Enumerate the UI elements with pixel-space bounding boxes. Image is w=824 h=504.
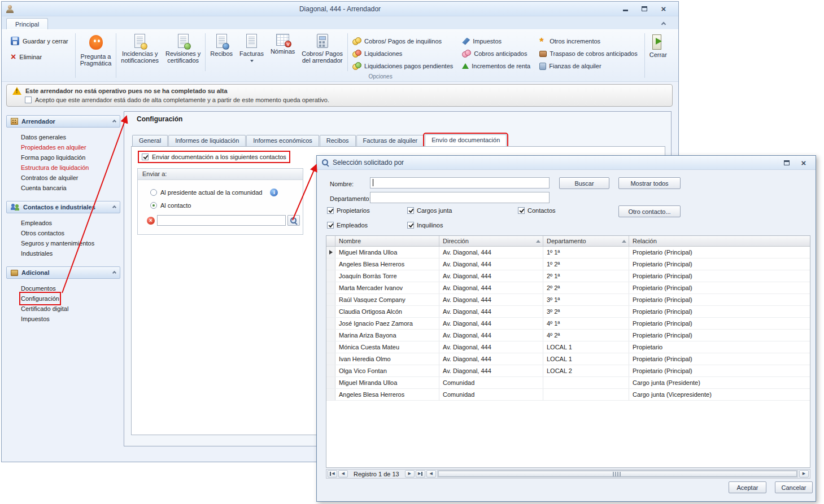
sidebar-item-impuestos[interactable]: Impuestos — [21, 314, 120, 324]
table-row[interactable]: Olga Vico Fontan Av. Diagonal, 444 LOCAL… — [326, 365, 810, 377]
table-row[interactable]: Miguel Miranda Ulloa Av. Diagonal, 444 1… — [326, 247, 810, 258]
propietarios-checkbox[interactable] — [327, 207, 334, 214]
table-row[interactable]: Miguel Miranda Ulloa Comunidad Cargo jun… — [326, 377, 810, 389]
departamento-input[interactable] — [370, 192, 550, 203]
sidebar-section-contactos[interactable]: Contactos e industriales — [6, 201, 120, 213]
sidebar-section-arrendador[interactable]: Arrendador — [6, 115, 120, 128]
cobros-anticipados-item[interactable]: Cobros anticipados — [461, 48, 531, 59]
sidebar-item-seguros-y-mantenimientos[interactable]: Seguros y mantenimientos — [21, 238, 120, 248]
table-row[interactable]: Joaquín Borràs Torre Av. Diagonal, 444 2… — [326, 270, 810, 282]
sidebar-item-contratos-de-alquiler[interactable]: Contratos de alquiler — [21, 173, 120, 183]
sidebar-item-estructura-de-liquidacion[interactable]: Estructura de liquidación — [21, 163, 120, 173]
sidebar-item-certificado-digital[interactable]: Certificado digital — [21, 304, 120, 314]
next-record-button[interactable]: ▶ — [405, 470, 415, 477]
pragmatica-button[interactable]: Pregunta a Pragmática — [77, 31, 115, 80]
scroll-left-button[interactable]: ◀ — [426, 470, 436, 477]
close-button[interactable] — [658, 5, 669, 13]
column-header-departamento[interactable]: Departamento — [543, 236, 629, 246]
sidebar-item-forma-pago-liquidacion[interactable]: Forma pago liquidación — [21, 152, 120, 163]
sidebar-item-documentos[interactable]: Documentos — [21, 283, 120, 293]
sidebar-section-adicional[interactable]: Adicional — [6, 266, 120, 279]
table-row[interactable]: Mónica Cuesta Mateu Av. Diagonal, 444 LO… — [326, 341, 810, 353]
liquidaciones-item[interactable]: Liquidaciones — [351, 48, 454, 59]
fianzas-alquiler-item[interactable]: Fianzas de alquiler — [538, 60, 639, 72]
contactos-checkbox[interactable] — [518, 207, 525, 214]
column-header-direccion[interactable]: Dirección — [439, 236, 543, 246]
filter-propietarios[interactable]: Propietarios — [327, 207, 370, 214]
presidente-radio[interactable] — [150, 189, 157, 196]
ribbon-collapse-button[interactable] — [660, 20, 667, 26]
mostrar-todos-button[interactable]: Mostrar todos — [618, 177, 681, 189]
filter-cargos-junta[interactable]: Cargos junta — [407, 207, 452, 214]
revisiones-button[interactable]: Revisiones y certificados — [162, 31, 204, 73]
facturas-button[interactable]: Facturas — [236, 31, 267, 73]
filter-empleados[interactable]: Empleados — [327, 222, 368, 229]
tab-facturas-de-alquiler[interactable]: Facturas de alquiler — [356, 135, 425, 147]
send-docs-checkbox[interactable] — [142, 154, 149, 160]
sidebar-item-propiedades-en-alquiler[interactable]: Propiedades en alquiler — [21, 142, 120, 152]
recibos-button[interactable]: Recibos — [207, 31, 236, 73]
nombre-input[interactable] — [370, 177, 550, 189]
dialog-close-button[interactable] — [799, 159, 809, 167]
traspaso-cobros-item[interactable]: Traspaso de cobros anticipados — [538, 48, 639, 59]
otro-contacto-button[interactable]: Otro contacto... — [618, 205, 681, 217]
filter-contactos[interactable]: Contactos — [518, 207, 556, 214]
tab-general[interactable]: General — [132, 135, 168, 147]
scroll-right-button[interactable]: ▶ — [799, 470, 809, 477]
impuestos-item[interactable]: Impuestos — [461, 36, 531, 47]
sidebar-item-otros-contactos[interactable]: Otros contactos — [21, 228, 120, 238]
nominas-button[interactable]: V Nóminas — [267, 31, 298, 73]
sidebar-item-datos-generales[interactable]: Datos generales — [21, 132, 120, 142]
aceptar-button[interactable]: Aceptar — [729, 481, 766, 493]
calculator-icon — [317, 34, 328, 48]
cancelar-button[interactable]: Cancelar — [775, 481, 813, 493]
previous-record-button[interactable]: ◀ — [338, 470, 348, 477]
tab-envio-de-documentacion[interactable]: Envío de documentación — [425, 134, 507, 147]
table-row[interactable]: Raúl Vasquez Company Av. Diagonal, 444 3… — [326, 294, 810, 306]
empleados-checkbox[interactable] — [327, 222, 334, 229]
table-row[interactable]: José Ignacio Paez Zamora Av. Diagonal, 4… — [326, 318, 810, 330]
minimize-button[interactable] — [620, 5, 631, 13]
tab-recibos[interactable]: Recibos — [320, 135, 356, 147]
contact-search-button[interactable] — [287, 215, 300, 226]
horizontal-scrollbar[interactable] — [437, 470, 798, 477]
buscar-button[interactable]: Buscar — [559, 177, 609, 189]
delete-button[interactable]: Eliminar — [7, 52, 72, 62]
maximize-button[interactable] — [639, 5, 650, 13]
dialog-maximize-button[interactable] — [782, 159, 792, 167]
table-row[interactable]: Marina Ariza Bayona Av. Diagonal, 444 4º… — [326, 330, 810, 341]
table-row[interactable]: Ivan Heredia Olmo Av. Diagonal, 444 LOCA… — [326, 353, 810, 365]
table-row[interactable]: Marta Mercader Ivanov Av. Diagonal, 444 … — [326, 282, 810, 294]
ribbon-tab-principal[interactable]: Principal — [6, 18, 48, 29]
column-header-relacion[interactable]: Relación — [629, 236, 810, 246]
incidencias-button[interactable]: Incidencias y notificaciones — [117, 31, 162, 73]
table-row[interactable]: Angeles Blesa Herreros Av. Diagonal, 444… — [326, 258, 810, 270]
filter-inquilinos[interactable]: Inquilinos — [407, 222, 443, 229]
inquilinos-checkbox[interactable] — [407, 222, 414, 229]
first-record-button[interactable]: ◀ — [328, 470, 337, 477]
sidebar-item-configuracion[interactable]: Configuración — [21, 293, 120, 304]
cerrar-button[interactable]: Cerrar — [646, 31, 670, 80]
cobros-pagos-inquilinos-item[interactable]: Cobros/ Pagos de inquilinos — [351, 36, 454, 47]
tab-informes-de-liquidacion[interactable]: Informes de liquidación — [168, 135, 246, 147]
otros-incrementos-item[interactable]: Otros incrementos — [538, 36, 639, 47]
incrementos-renta-item[interactable]: Incrementos de renta — [461, 60, 531, 72]
table-row[interactable]: Claudia Ortigosa Alcón Av. Diagonal, 444… — [326, 306, 810, 318]
tab-informes-economicos[interactable]: Informes económicos — [246, 135, 319, 147]
contact-input[interactable] — [157, 215, 286, 226]
cobros-pagos-arrendador-button[interactable]: Cobros/ Pagos del arrendador — [298, 31, 346, 73]
clear-contact-icon[interactable] — [147, 217, 155, 225]
contacto-radio[interactable] — [150, 202, 157, 209]
accept-operative-checkbox[interactable] — [25, 97, 32, 103]
info-icon[interactable] — [270, 189, 278, 196]
save-close-button[interactable]: Guardar y cerrar — [7, 36, 72, 46]
column-header-nombre[interactable]: Nombre — [335, 236, 439, 246]
scrollbar-thumb[interactable] — [438, 471, 797, 477]
sidebar-item-cuenta-bancaria[interactable]: Cuenta bancaria — [21, 183, 120, 193]
last-record-button[interactable]: ▶ — [416, 470, 425, 477]
liquidaciones-pendientes-item[interactable]: Liquidaciones pagos pendientes — [351, 60, 454, 72]
sidebar-item-industriales[interactable]: Industriales — [21, 248, 120, 258]
sidebar-item-empleados[interactable]: Empleados — [21, 218, 120, 228]
cargos-junta-checkbox[interactable] — [407, 207, 414, 214]
table-row[interactable]: Angeles Blesa Herreros Comunidad Cargo j… — [326, 389, 810, 401]
